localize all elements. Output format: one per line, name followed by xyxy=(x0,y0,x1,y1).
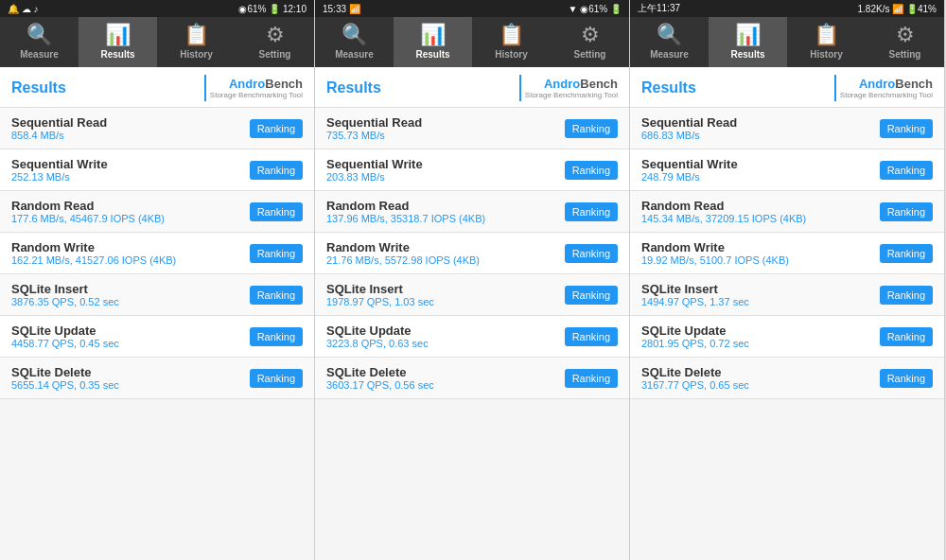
table-row: SQLite Update 4458.77 QPS, 0.45 sec Rank… xyxy=(0,316,314,358)
table-row: Random Write 162.21 MB/s, 41527.06 IOPS … xyxy=(0,233,314,274)
table-row: SQLite Insert 1494.97 QPS, 1.37 sec Rank… xyxy=(630,274,944,316)
setting-icon: ⚙ xyxy=(266,25,285,45)
result-value: 4458.77 QPS, 0.45 sec xyxy=(11,338,250,349)
ranking-button[interactable]: Ranking xyxy=(565,202,618,221)
history-icon: 📋 xyxy=(814,25,839,45)
result-value: 248.79 MB/s xyxy=(641,171,880,183)
brand-name: AndroBench xyxy=(229,77,303,91)
setting-icon: ⚙ xyxy=(581,25,600,45)
table-row: Random Read 137.96 MB/s, 35318.7 IOPS (4… xyxy=(315,191,629,233)
ranking-button[interactable]: Ranking xyxy=(880,244,933,263)
brand-area: AndroBench Storage Benchmarking Tool xyxy=(834,75,933,101)
ranking-button[interactable]: Ranking xyxy=(250,161,303,180)
result-value: 145.34 MB/s, 37209.15 IOPS (4KB) xyxy=(641,213,880,224)
result-info: SQLite Delete 3167.77 QPS, 0.65 sec xyxy=(641,365,880,391)
result-name: Sequential Write xyxy=(326,157,565,171)
nav-bar: 🔍 Measure 📊 Results 📋 History ⚙ Setting xyxy=(315,17,629,67)
ranking-button[interactable]: Ranking xyxy=(565,327,618,346)
result-value: 2801.95 QPS, 0.72 sec xyxy=(641,338,880,349)
ranking-button[interactable]: Ranking xyxy=(250,244,303,263)
nav-item-measure[interactable]: 🔍 Measure xyxy=(630,17,709,67)
ranking-button[interactable]: Ranking xyxy=(880,202,933,221)
table-row: SQLite Update 2801.95 QPS, 0.72 sec Rank… xyxy=(630,316,944,358)
result-value: 1494.97 QPS, 1.37 sec xyxy=(641,296,880,307)
ranking-button[interactable]: Ranking xyxy=(250,327,303,346)
ranking-button[interactable]: Ranking xyxy=(880,327,933,346)
ranking-button[interactable]: Ranking xyxy=(250,202,303,221)
setting-label: Setting xyxy=(574,49,606,60)
results-label: Results xyxy=(415,49,449,60)
phone-panel-1: 🔔 ☁ ♪◉61% 🔋 12:10 🔍 Measure 📊 Results 📋 … xyxy=(0,0,315,560)
result-info: Random Read 177.6 MB/s, 45467.9 IOPS (4K… xyxy=(11,199,250,224)
result-value: 686.83 MB/s xyxy=(641,130,880,141)
ranking-button[interactable]: Ranking xyxy=(880,161,933,180)
table-row: Random Write 19.92 MB/s, 5100.7 IOPS (4K… xyxy=(630,233,944,274)
result-name: SQLite Delete xyxy=(641,365,880,379)
table-row: Sequential Write 248.79 MB/s Ranking xyxy=(630,149,944,191)
ranking-button[interactable]: Ranking xyxy=(880,286,933,305)
table-row: Sequential Read 858.4 MB/s Ranking xyxy=(0,108,314,149)
history-icon: 📋 xyxy=(184,25,209,45)
result-info: Sequential Read 735.73 MB/s xyxy=(326,115,565,141)
nav-item-history[interactable]: 📋 History xyxy=(157,17,236,67)
results-label: Results xyxy=(730,49,764,60)
nav-item-results[interactable]: 📊 Results xyxy=(79,17,157,67)
result-info: Sequential Read 686.83 MB/s xyxy=(641,115,880,141)
result-value: 162.21 MB/s, 41527.06 IOPS (4KB) xyxy=(11,254,250,266)
nav-item-history[interactable]: 📋 History xyxy=(787,17,866,67)
status-right: ▼ ◉61% 🔋 xyxy=(569,4,622,14)
table-row: Sequential Read 686.83 MB/s Ranking xyxy=(630,108,944,149)
ranking-button[interactable]: Ranking xyxy=(250,119,303,138)
ranking-button[interactable]: Ranking xyxy=(565,119,618,138)
result-value: 858.4 MB/s xyxy=(11,130,250,141)
result-value: 252.13 MB/s xyxy=(11,171,250,183)
ranking-button[interactable]: Ranking xyxy=(880,119,933,138)
result-name: SQLite Insert xyxy=(11,282,250,296)
ranking-button[interactable]: Ranking xyxy=(250,286,303,305)
nav-item-measure[interactable]: 🔍 Measure xyxy=(0,17,79,67)
result-value: 735.73 MB/s xyxy=(326,130,565,141)
ranking-button[interactable]: Ranking xyxy=(250,369,303,388)
content-area: Results AndroBench Storage Benchmarking … xyxy=(630,67,944,560)
status-left: 15:33 📶 xyxy=(323,4,360,14)
table-row: SQLite Delete 5655.14 QPS, 0.35 sec Rank… xyxy=(0,358,314,399)
result-info: Random Read 145.34 MB/s, 37209.15 IOPS (… xyxy=(641,199,880,224)
nav-item-setting[interactable]: ⚙ Setting xyxy=(866,17,944,67)
nav-item-results[interactable]: 📊 Results xyxy=(394,17,472,67)
brand-area: AndroBench Storage Benchmarking Tool xyxy=(519,75,618,101)
result-name: Random Write xyxy=(11,240,250,254)
brand-sub: Storage Benchmarking Tool xyxy=(525,91,618,99)
result-name: Random Read xyxy=(11,199,250,213)
nav-item-history[interactable]: 📋 History xyxy=(472,17,551,67)
ranking-button[interactable]: Ranking xyxy=(565,161,618,180)
table-row: SQLite Update 3223.8 QPS, 0.63 sec Ranki… xyxy=(315,316,629,358)
brand-sub: Storage Benchmarking Tool xyxy=(840,91,933,99)
result-name: SQLite Update xyxy=(11,324,250,338)
measure-icon: 🔍 xyxy=(342,25,367,45)
status-bar: 15:33 📶▼ ◉61% 🔋 xyxy=(315,0,629,17)
table-row: Random Read 177.6 MB/s, 45467.9 IOPS (4K… xyxy=(0,191,314,233)
nav-item-measure[interactable]: 🔍 Measure xyxy=(315,17,394,67)
result-info: SQLite Insert 3876.35 QPS, 0.52 sec xyxy=(11,282,250,307)
setting-label: Setting xyxy=(889,49,921,60)
ranking-button[interactable]: Ranking xyxy=(565,369,618,388)
brand-bar xyxy=(204,75,206,101)
result-value: 5655.14 QPS, 0.35 sec xyxy=(11,379,250,391)
results-header: Results AndroBench Storage Benchmarking … xyxy=(630,67,944,108)
content-area: Results AndroBench Storage Benchmarking … xyxy=(315,67,629,560)
nav-item-setting[interactable]: ⚙ Setting xyxy=(551,17,629,67)
result-info: SQLite Delete 5655.14 QPS, 0.35 sec xyxy=(11,365,250,391)
brand-bar xyxy=(834,75,836,101)
nav-item-results[interactable]: 📊 Results xyxy=(709,17,787,67)
measure-icon: 🔍 xyxy=(26,25,52,45)
setting-label: Setting xyxy=(259,49,291,60)
results-label: Results xyxy=(100,49,134,60)
result-name: Sequential Write xyxy=(641,157,880,171)
nav-item-setting[interactable]: ⚙ Setting xyxy=(236,17,314,67)
ranking-button[interactable]: Ranking xyxy=(565,286,618,305)
ranking-button[interactable]: Ranking xyxy=(565,244,618,263)
measure-icon: 🔍 xyxy=(657,25,682,45)
brand-info: AndroBench Storage Benchmarking Tool xyxy=(210,77,303,99)
status-right: 1.82K/s 📶 🔋41% xyxy=(858,4,937,14)
ranking-button[interactable]: Ranking xyxy=(880,369,933,388)
